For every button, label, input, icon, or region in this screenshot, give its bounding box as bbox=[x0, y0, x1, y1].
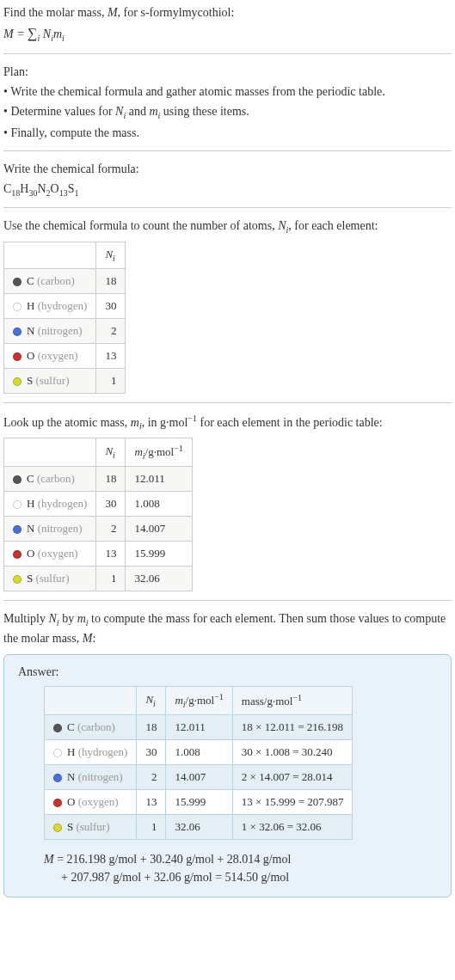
header-empty bbox=[4, 242, 96, 269]
divider bbox=[3, 207, 452, 208]
element-cell: C (carbon) bbox=[4, 467, 96, 492]
final-equation: M = 216.198 g/mol + 30.240 g/mol + 28.01… bbox=[44, 850, 437, 886]
mass-title: Look up the atomic mass, mi, in g·mol−1 … bbox=[3, 412, 452, 432]
header-empty bbox=[45, 686, 137, 714]
ni-cell: 30 bbox=[96, 293, 126, 318]
chemical-formula: C18H30N2O13S1 bbox=[3, 180, 452, 199]
ni-cell: 18 bbox=[96, 467, 126, 492]
ni-cell: 1 bbox=[96, 368, 126, 393]
header-mass: mass/g·mol−1 bbox=[232, 686, 353, 714]
element-dot-icon bbox=[53, 799, 62, 807]
element-cell: H (hydrogen) bbox=[4, 293, 96, 318]
table-row: C (carbon) 18 bbox=[4, 268, 126, 293]
mass-cell: 2 × 14.007 = 28.014 bbox=[232, 764, 353, 789]
divider bbox=[3, 53, 452, 54]
element-dot-icon bbox=[13, 550, 22, 559]
header-empty bbox=[4, 438, 96, 467]
header-ni: Ni bbox=[137, 686, 166, 714]
plan-bullet-1: • Write the chemical formula and gather … bbox=[3, 83, 452, 101]
intro-section: Find the molar mass, M, for s-formylmyco… bbox=[3, 3, 452, 45]
divider bbox=[3, 600, 452, 601]
element-cell: N (nitrogen) bbox=[45, 764, 137, 789]
mi-cell: 12.011 bbox=[126, 467, 192, 492]
element-dot-icon bbox=[13, 377, 22, 386]
header-mi: mi/g·mol−1 bbox=[166, 686, 232, 714]
element-dot-icon bbox=[53, 774, 62, 782]
mi-cell: 12.011 bbox=[166, 714, 232, 739]
count-section: Use the chemical formula to count the nu… bbox=[3, 217, 452, 393]
ni-cell: 2 bbox=[137, 764, 166, 789]
element-cell: N (nitrogen) bbox=[4, 318, 96, 343]
element-cell: O (oxygen) bbox=[4, 542, 96, 567]
mi-cell: 32.06 bbox=[126, 567, 192, 591]
answer-label: Answer: bbox=[18, 665, 437, 679]
table-row: S (sulfur) 1 32.06 bbox=[4, 567, 193, 591]
table-row: O (oxygen) 13 bbox=[4, 343, 126, 368]
count-table: Ni C (carbon) 18 H (hydrogen) 30 N (nitr… bbox=[3, 242, 126, 394]
table-row: H (hydrogen) 30 1.008 bbox=[4, 492, 193, 517]
formula-section: Write the chemical formula: C18H30N2O13S… bbox=[3, 160, 452, 199]
compute-title: Multiply Ni by mi to compute the mass fo… bbox=[3, 609, 452, 647]
count-title: Use the chemical formula to count the nu… bbox=[3, 217, 452, 236]
element-dot-icon bbox=[13, 352, 22, 361]
mi-cell: 32.06 bbox=[166, 814, 232, 839]
mi-cell: 15.999 bbox=[166, 789, 232, 814]
ni-cell: 2 bbox=[96, 318, 126, 343]
element-dot-icon bbox=[53, 724, 62, 732]
table-row: S (sulfur) 1 bbox=[4, 368, 126, 393]
mass-section: Look up the atomic mass, mi, in g·mol−1 … bbox=[3, 412, 452, 591]
table-row: S (sulfur) 1 32.06 1 × 32.06 = 32.06 bbox=[45, 814, 353, 839]
element-cell: O (oxygen) bbox=[4, 343, 96, 368]
ni-cell: 1 bbox=[137, 814, 166, 839]
ni-cell: 30 bbox=[96, 492, 126, 517]
header-mi: mi/g·mol−1 bbox=[126, 438, 192, 467]
element-cell: H (hydrogen) bbox=[4, 492, 96, 517]
plan-section: Plan: • Write the chemical formula and g… bbox=[3, 63, 452, 142]
element-dot-icon bbox=[13, 303, 22, 311]
table-row: C (carbon) 18 12.011 bbox=[4, 467, 193, 492]
mi-cell: 1.008 bbox=[126, 492, 192, 517]
mi-cell: 14.007 bbox=[126, 517, 192, 542]
table-row: N (nitrogen) 2 14.007 2 × 14.007 = 28.01… bbox=[45, 764, 353, 789]
plan-bullet-3: • Finally, compute the mass. bbox=[3, 124, 452, 142]
table-row: H (hydrogen) 30 1.008 30 × 1.008 = 30.24… bbox=[45, 739, 353, 764]
header-ni: Ni bbox=[96, 438, 126, 467]
intro-text: Find the molar mass, bbox=[3, 6, 108, 19]
eq-mi: m bbox=[53, 28, 62, 40]
element-cell: C (carbon) bbox=[45, 714, 137, 739]
ni-cell: 2 bbox=[96, 517, 126, 542]
table-row: N (nitrogen) 2 bbox=[4, 318, 126, 343]
mass-table: Ni mi/g·mol−1 C (carbon) 18 12.011 H (hy… bbox=[3, 438, 193, 591]
ni-cell: 13 bbox=[96, 343, 126, 368]
intro-m: M bbox=[108, 6, 118, 19]
mi-cell: 1.008 bbox=[166, 739, 232, 764]
ni-cell: 18 bbox=[137, 714, 166, 739]
element-cell: C (carbon) bbox=[4, 268, 96, 293]
element-dot-icon bbox=[13, 575, 22, 584]
ni-cell: 13 bbox=[96, 542, 126, 567]
plan-title: Plan: bbox=[3, 63, 452, 81]
plan-bullet-2: • Determine values for Ni and mi using t… bbox=[3, 102, 452, 122]
ni-cell: 18 bbox=[96, 268, 126, 293]
element-cell: N (nitrogen) bbox=[4, 517, 96, 542]
mass-cell: 13 × 15.999 = 207.987 bbox=[232, 789, 353, 814]
answer-box: Answer: Ni mi/g·mol−1 mass/g·mol−1 C (ca… bbox=[3, 654, 452, 897]
table-row: N (nitrogen) 2 14.007 bbox=[4, 517, 193, 542]
table-row: O (oxygen) 13 15.999 13 × 15.999 = 207.9… bbox=[45, 789, 353, 814]
element-dot-icon bbox=[13, 475, 22, 484]
table-row: H (hydrogen) 30 bbox=[4, 293, 126, 318]
table-row: C (carbon) 18 12.011 18 × 12.011 = 216.1… bbox=[45, 714, 353, 739]
compute-section: Multiply Ni by mi to compute the mass fo… bbox=[3, 609, 452, 897]
formula-title: Write the chemical formula: bbox=[3, 160, 452, 178]
element-dot-icon bbox=[13, 328, 22, 336]
mass-cell: 30 × 1.008 = 30.240 bbox=[232, 739, 353, 764]
divider bbox=[3, 402, 452, 403]
table-row: O (oxygen) 13 15.999 bbox=[4, 542, 193, 567]
element-dot-icon bbox=[53, 824, 62, 832]
table-header-row: Ni bbox=[4, 242, 126, 269]
intro-line: Find the molar mass, M, for s-formylmyco… bbox=[3, 3, 452, 21]
answer-table: Ni mi/g·mol−1 mass/g·mol−1 C (carbon) 18… bbox=[44, 686, 353, 840]
element-cell: S (sulfur) bbox=[4, 567, 96, 591]
element-dot-icon bbox=[13, 278, 22, 286]
mi-cell: 15.999 bbox=[126, 542, 192, 567]
